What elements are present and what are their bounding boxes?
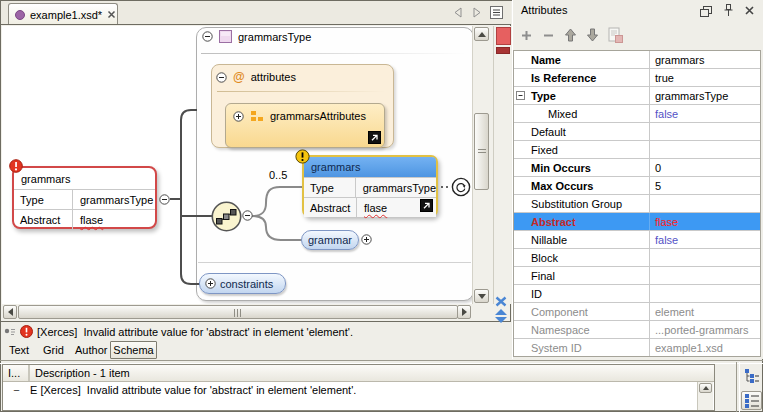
error-icon (9, 159, 23, 173)
pin-panel-icon[interactable] (723, 4, 734, 17)
move-up-arrow-icon[interactable] (564, 28, 577, 42)
expand-toggle-icon[interactable] (233, 111, 244, 122)
recursive-reference-icon[interactable] (451, 177, 471, 197)
attr-row-abstract[interactable]: Abstract flase (514, 213, 760, 231)
tab-scroll-left-icon[interactable] (453, 7, 463, 18)
attr-row-component[interactable]: Component element (514, 303, 760, 321)
attr-row-mixed[interactable]: Mixed false (514, 105, 760, 123)
warning-icon (295, 149, 310, 164)
tab-title: example1.xsd* (30, 9, 102, 21)
scroll-thumb[interactable] (474, 113, 489, 190)
element-name: grammars (304, 157, 436, 177)
collapse-toggle-icon[interactable] (516, 91, 525, 100)
tab-example1-xsd[interactable]: example1.xsd* (8, 3, 118, 25)
attr-row-nillable[interactable]: Nillable false (514, 231, 760, 249)
add-attribute-plus-icon[interactable] (520, 29, 533, 42)
validation-status-line: [Xerces] Invalid attribute value for 'ab… (2, 323, 512, 340)
scroll-thumb[interactable] (18, 305, 458, 319)
constraints-pill[interactable]: constraints (199, 273, 286, 294)
severity-column-header[interactable]: I... (3, 365, 30, 381)
attr-row-name[interactable]: Name grammars (514, 51, 760, 69)
scroll-right-button[interactable] (457, 305, 471, 319)
collapse-toggle-icon[interactable] (202, 31, 213, 42)
container-separator (198, 262, 471, 263)
scroll-left-button[interactable] (3, 305, 17, 319)
expand-toggle-icon[interactable] (205, 278, 216, 289)
scroll-up-button[interactable] (474, 27, 489, 41)
attribute-group-label: grammarsAttributes (270, 110, 366, 122)
sequence-compositor-icon[interactable] (211, 201, 242, 232)
attributes-grid: Name grammars Is Reference true Type gra… (513, 50, 761, 357)
attributes-group-header: @ attributes (216, 70, 296, 84)
scroll-up-button[interactable] (699, 383, 712, 393)
messages-scrollbar[interactable] (697, 382, 713, 410)
group-by-tree-icon[interactable] (741, 366, 762, 386)
move-down-arrow-icon[interactable] (586, 28, 599, 42)
jump-to-definition-icon[interactable] (420, 199, 433, 212)
close-panel-icon[interactable] (744, 5, 755, 16)
expand-toggle-icon[interactable] (361, 234, 372, 245)
occurrence-label: 0..5 (269, 169, 287, 181)
scroll-down-button[interactable] (474, 289, 489, 303)
panel-divider (736, 362, 740, 412)
collapse-toggle[interactable]: − (3, 384, 30, 396)
message-row[interactable]: − E [Xerces] Invalid attribute value for… (3, 382, 714, 397)
tab-scroll-right-icon[interactable] (472, 7, 482, 18)
mode-tab-grid[interactable]: Grid (43, 344, 64, 356)
messages-panel: I... Description - 1 item − E [Xerces] I… (2, 364, 715, 411)
collapse-toggle-icon[interactable] (159, 194, 170, 205)
horizontal-scrollbar[interactable] (2, 304, 472, 320)
header-separator (217, 91, 385, 92)
splitter-expand-down-icon[interactable] (495, 317, 507, 323)
validation-actions-icon[interactable] (4, 326, 16, 338)
complex-type-icon (219, 30, 232, 43)
element-name: grammars (14, 168, 155, 189)
jump-to-definition-icon[interactable] (368, 131, 381, 144)
element-pill-grammar[interactable]: grammar (301, 230, 359, 250)
property-row-abstract: Abstract flase (304, 197, 436, 217)
mode-tab-schema[interactable]: Schema (110, 341, 157, 359)
type-container-title: grammarsType (238, 31, 311, 43)
description-column-header[interactable]: Description - 1 item (30, 365, 130, 381)
attr-row-min-occurs[interactable]: Min Occurs 0 (514, 159, 760, 177)
element-box-grammars-global[interactable]: grammars Type grammarsType Abstract flas… (12, 166, 157, 229)
status-message: [Xerces] Invalid attribute value for 'ab… (37, 326, 353, 338)
attr-row-substitution-group[interactable]: Substitution Group (514, 195, 760, 213)
vertical-scrollbar[interactable] (472, 26, 491, 304)
error-stripe-status[interactable] (496, 27, 511, 45)
element-box-grammars-selected[interactable]: grammars Type grammarsType Abstract flas… (302, 155, 438, 217)
mode-tab-text[interactable]: Text (9, 344, 29, 356)
remove-attribute-minus-icon[interactable] (542, 29, 555, 42)
splitter-close-icon[interactable] (495, 296, 507, 307)
attr-row-final[interactable]: Final (514, 267, 760, 285)
attr-row-type[interactable]: Type grammarsType (514, 87, 760, 105)
editor-tab-bar: example1.xsd* (1, 1, 511, 24)
attributes-group-label: attributes (251, 71, 296, 83)
attr-row-id[interactable]: ID (514, 285, 760, 303)
attribute-group-ref-box[interactable]: grammarsAttributes (225, 103, 385, 148)
at-icon: @ (233, 70, 245, 84)
error-stripe-mark[interactable] (496, 47, 510, 54)
collapse-toggle-icon[interactable] (216, 72, 227, 83)
attr-row-fixed[interactable]: Fixed (514, 141, 760, 159)
tab-close-icon[interactable] (107, 10, 116, 19)
edit-document-icon[interactable] (608, 27, 624, 44)
float-panel-icon[interactable] (700, 6, 712, 17)
mode-tab-author[interactable]: Author (75, 344, 107, 356)
editor-mode-tabs: Text Grid Author Schema (0, 341, 511, 359)
flat-list-icon[interactable] (741, 391, 762, 410)
attr-row-namespace[interactable]: Namespace ...ported-grammars (514, 321, 760, 339)
collapse-toggle-icon[interactable] (242, 210, 253, 221)
attr-row-system-id[interactable]: System ID example1.xsd (514, 339, 760, 356)
modified-dot-icon (15, 10, 25, 20)
property-row-type: Type grammarsType (14, 189, 155, 209)
attr-row-max-occurs[interactable]: Max Occurs 5 (514, 177, 760, 195)
splitter-expand-up-icon[interactable] (495, 309, 507, 315)
messages-header-row: I... Description - 1 item (3, 365, 714, 382)
attr-row-block[interactable]: Block (514, 249, 760, 267)
attr-row-default[interactable]: Default (514, 123, 760, 141)
attr-row-is-reference[interactable]: Is Reference true (514, 69, 760, 87)
tab-list-icon[interactable] (490, 6, 503, 19)
attribute-group-icon (250, 110, 264, 122)
header-separator (201, 53, 467, 54)
